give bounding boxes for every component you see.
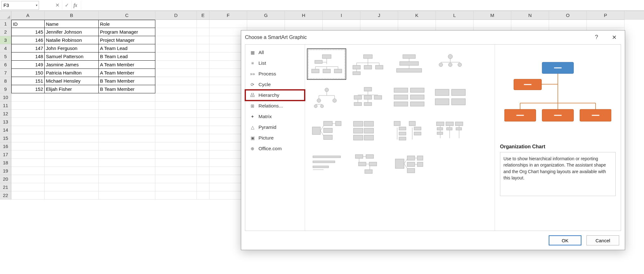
cell[interactable] (45, 110, 99, 118)
cell[interactable] (247, 20, 285, 28)
cell[interactable] (155, 110, 197, 118)
accept-formula-button[interactable]: ✓ (62, 1, 72, 10)
col-header-I[interactable]: I (323, 11, 360, 20)
layout-thumb[interactable] (389, 115, 429, 146)
cell[interactable] (99, 126, 155, 134)
cell[interactable] (155, 175, 197, 183)
cell[interactable] (155, 118, 197, 126)
cell[interactable]: B Team Member (99, 77, 155, 85)
cell[interactable] (11, 126, 45, 134)
cell[interactable] (99, 142, 155, 151)
cell[interactable] (436, 20, 474, 28)
cell[interactable] (398, 20, 436, 28)
layout-thumb[interactable] (348, 82, 387, 113)
row-header[interactable]: 19 (0, 167, 11, 175)
col-header-K[interactable]: K (398, 11, 436, 20)
row-header[interactable]: 13 (0, 118, 11, 126)
cell[interactable] (11, 101, 45, 110)
cell[interactable] (45, 183, 99, 191)
cell[interactable]: John Ferguson (45, 44, 99, 52)
cell[interactable] (197, 151, 209, 159)
row-header[interactable]: 11 (0, 101, 11, 110)
layout-thumb[interactable] (430, 115, 470, 146)
cell[interactable]: Name (45, 20, 99, 28)
cell[interactable] (11, 142, 45, 151)
category-item-relations[interactable]: ⊞Relations... (245, 101, 305, 111)
cell[interactable]: Project Manager (99, 36, 155, 44)
cell[interactable] (99, 183, 155, 191)
cell[interactable] (549, 20, 587, 28)
row-header[interactable]: 18 (0, 159, 11, 167)
cell[interactable]: 152 (11, 85, 45, 93)
cell[interactable] (197, 101, 209, 110)
cell[interactable] (474, 20, 511, 28)
cell[interactable] (197, 36, 209, 44)
row-header[interactable]: 7 (0, 69, 11, 77)
cell[interactable] (99, 175, 155, 183)
formula-input[interactable] (81, 1, 644, 10)
cell[interactable]: Natalie Robinson (45, 36, 99, 44)
col-header-N[interactable]: N (511, 11, 549, 20)
cell[interactable] (197, 159, 209, 167)
category-item-list[interactable]: ≡List (245, 58, 305, 68)
cell[interactable] (323, 20, 360, 28)
cell[interactable] (155, 126, 197, 134)
cell[interactable]: A Team Member (99, 61, 155, 69)
cell[interactable] (209, 20, 247, 28)
cell[interactable] (11, 134, 45, 142)
layout-thumb[interactable] (307, 82, 346, 113)
cell[interactable] (197, 77, 209, 85)
layout-thumb[interactable] (389, 48, 429, 80)
col-header-A[interactable]: A (11, 11, 45, 20)
cell[interactable] (45, 167, 99, 175)
cell[interactable] (45, 191, 99, 200)
name-box[interactable]: F3 ▾ (1, 1, 39, 10)
cell[interactable]: Elijah Fisher (45, 85, 99, 93)
cell[interactable] (155, 36, 197, 44)
cell[interactable] (11, 93, 45, 101)
cell[interactable] (197, 69, 209, 77)
cell[interactable] (587, 20, 625, 28)
cell[interactable] (197, 134, 209, 142)
cell[interactable] (99, 167, 155, 175)
row-header[interactable]: 10 (0, 93, 11, 101)
row-header[interactable]: 14 (0, 126, 11, 134)
select-all-corner[interactable] (0, 11, 11, 20)
cell[interactable]: 147 (11, 44, 45, 52)
cell[interactable]: Jasmine James (45, 61, 99, 69)
cell[interactable] (45, 175, 99, 183)
cell[interactable] (197, 183, 209, 191)
cell[interactable] (99, 159, 155, 167)
layout-thumb[interactable] (348, 48, 387, 80)
cell[interactable]: A Team Lead (99, 44, 155, 52)
cell[interactable] (45, 118, 99, 126)
col-header-L[interactable]: L (436, 11, 474, 20)
col-header-B[interactable]: B (45, 11, 99, 20)
row-header[interactable]: 17 (0, 151, 11, 159)
cell[interactable]: ID (11, 20, 45, 28)
cell[interactable]: Jennifer Johnson (45, 28, 99, 36)
fx-label[interactable]: fx (72, 1, 81, 10)
cell[interactable] (11, 183, 45, 191)
category-item-picture[interactable]: ▣Picture (245, 133, 305, 143)
cell[interactable] (285, 20, 323, 28)
cell[interactable] (99, 101, 155, 110)
cell[interactable] (360, 20, 398, 28)
layout-thumb[interactable] (307, 148, 346, 180)
layout-thumb[interactable] (348, 148, 387, 180)
cell[interactable] (197, 175, 209, 183)
cell[interactable] (45, 126, 99, 134)
col-header-M[interactable]: M (474, 11, 511, 20)
cell[interactable] (45, 142, 99, 151)
cell[interactable] (197, 191, 209, 200)
col-header-F[interactable]: F (209, 11, 247, 20)
col-header-O[interactable]: O (549, 11, 587, 20)
layout-thumb[interactable] (348, 115, 387, 146)
layout-thumb[interactable] (430, 48, 470, 80)
cell[interactable] (155, 151, 197, 159)
cell[interactable] (155, 61, 197, 69)
category-item-cycle[interactable]: ⟳Cycle (245, 79, 305, 90)
cell[interactable] (155, 20, 197, 28)
cell[interactable]: Patricia Hamilton (45, 69, 99, 77)
cell[interactable] (155, 191, 197, 200)
